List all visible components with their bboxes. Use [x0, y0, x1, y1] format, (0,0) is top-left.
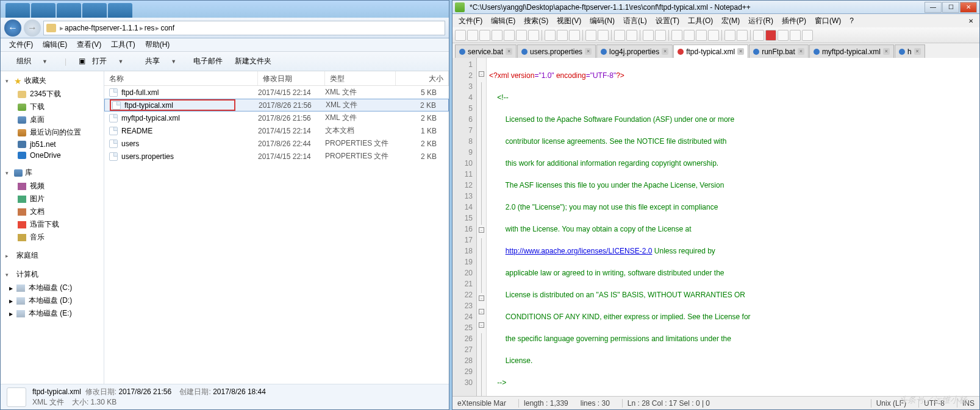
sidebar-item[interactable]: 桌面	[1, 113, 104, 126]
playx-icon[interactable]	[802, 30, 813, 41]
closeall-icon[interactable]	[516, 30, 527, 41]
breadcrumb-item[interactable]: apache-ftpserver-1.1.1	[65, 24, 138, 32]
editor-tab[interactable]: service.bat×	[455, 44, 517, 58]
menu-item[interactable]: 视图(V)	[553, 15, 585, 27]
cut-icon[interactable]	[545, 30, 556, 41]
undo-icon[interactable]	[585, 30, 596, 41]
zoomout-icon[interactable]	[655, 30, 666, 41]
sidebar-item[interactable]: 最近访问的位置	[1, 126, 104, 139]
stop-icon[interactable]	[778, 30, 789, 41]
menu-item[interactable]: 编辑(E)	[487, 15, 519, 27]
menu-help[interactable]: 帮助(H)	[141, 38, 174, 51]
fold-gutter[interactable]: -----	[477, 58, 487, 396]
chevron-right-icon[interactable]: ▸	[140, 24, 143, 32]
taskbar-item[interactable]	[5, 3, 30, 18]
copy-icon[interactable]	[557, 30, 568, 41]
close-icon[interactable]	[504, 30, 515, 41]
sidebar-favorites[interactable]: ▾★收藏夹	[1, 74, 104, 88]
sidebar-item[interactable]: 2345下载	[1, 88, 104, 101]
sidebar-item[interactable]: 视频	[1, 180, 104, 193]
code-area[interactable]: <?xml version="1.0" encoding="UTF-8"?> <…	[487, 58, 979, 396]
editor-tab[interactable]: ftpd-typical.xml×	[673, 44, 748, 58]
editor-tab[interactable]: myftpd-typical.xml×	[809, 44, 894, 58]
editor[interactable]: 1234567891011121314151617181920212223242…	[452, 58, 979, 396]
open-icon[interactable]	[467, 30, 478, 41]
menu-item[interactable]: 搜索(S)	[520, 15, 552, 27]
editor-tab[interactable]: log4j.properties×	[596, 44, 673, 58]
sidebar-item[interactable]: 音乐	[1, 231, 104, 244]
menu-item[interactable]: 运行(R)	[745, 15, 777, 27]
sidebar-computer[interactable]: ▾计算机	[1, 267, 104, 281]
close-button[interactable]: ✕	[960, 2, 977, 13]
zoomin-icon[interactable]	[643, 30, 654, 41]
save-icon[interactable]	[479, 30, 490, 41]
sidebar-item[interactable]: 文档	[1, 205, 104, 218]
sidebar-library[interactable]: ▾库	[1, 166, 104, 180]
taskbar-item[interactable]	[82, 3, 107, 18]
sidebar-item[interactable]: ▸本地磁盘 (C:)	[1, 281, 104, 294]
breadcrumb[interactable]: ▸ apache-ftpserver-1.1.1 ▸ res ▸ conf	[43, 21, 445, 35]
file-row[interactable]: ftpd-typical.xml2017/8/26 21:56XML 文件2 K…	[104, 99, 449, 111]
saveall-icon[interactable]	[492, 30, 503, 41]
organize-button[interactable]: 组织▼	[7, 54, 57, 69]
breadcrumb-item[interactable]: res	[145, 24, 155, 32]
play-icon[interactable]	[790, 30, 801, 41]
close-menu-icon[interactable]: ✕	[965, 16, 977, 26]
fold-icon[interactable]	[724, 30, 735, 41]
print-icon[interactable]	[528, 30, 539, 41]
open-button[interactable]: ▣ 打开▼	[74, 54, 133, 69]
minimize-button[interactable]: —	[925, 2, 942, 13]
find-icon[interactable]	[614, 30, 625, 41]
newfolder-button[interactable]: 新建文件夹	[230, 54, 276, 69]
allchars-icon[interactable]	[696, 30, 707, 41]
record-icon[interactable]	[765, 30, 776, 41]
sidebar-item[interactable]: 迅雷下载	[1, 218, 104, 231]
sidebar-item[interactable]: ▸本地磁盘 (E:)	[1, 307, 104, 320]
sidebar-item[interactable]: ▸本地磁盘 (D:)	[1, 294, 104, 307]
sidebar-item[interactable]: OneDrive	[1, 150, 104, 161]
paste-icon[interactable]	[569, 30, 580, 41]
menu-item[interactable]: 工具(O)	[684, 15, 717, 27]
sidebar-item[interactable]: 下载	[1, 101, 104, 113]
title-bar[interactable]: *C:\Users\yanggl\Desktop\apache-ftpserve…	[452, 1, 979, 14]
menu-file[interactable]: 文件(F)	[5, 38, 37, 51]
sidebar-item[interactable]: jb51.net	[1, 139, 104, 150]
menu-tools[interactable]: 工具(T)	[107, 38, 138, 51]
menu-item[interactable]: 窗口(W)	[811, 15, 845, 27]
tab-close-icon[interactable]: ×	[737, 48, 744, 55]
sync-icon[interactable]	[671, 30, 682, 41]
tab-close-icon[interactable]: ×	[914, 48, 921, 55]
menu-item[interactable]: 宏(M)	[718, 15, 743, 27]
taskbar-item[interactable]	[57, 3, 81, 18]
tab-close-icon[interactable]: ×	[506, 48, 512, 55]
taskbar-item[interactable]	[31, 3, 55, 18]
file-row[interactable]: README2017/4/15 22:14文本文档1 KB	[104, 124, 449, 137]
file-row[interactable]: myftpd-typical.xml2017/8/26 21:56XML 文件2…	[104, 111, 449, 124]
sidebar-homegroup[interactable]: ▸家庭组	[1, 249, 104, 263]
email-button[interactable]: 电子邮件	[188, 54, 227, 69]
sidebar-item[interactable]: 图片	[1, 193, 104, 205]
col-size[interactable]: 大小	[396, 71, 449, 85]
file-row[interactable]: users.properties2017/4/15 22:14PROPERTIE…	[104, 150, 449, 163]
share-button[interactable]: 共享▼	[135, 54, 186, 69]
chevron-right-icon[interactable]: ▸	[60, 24, 63, 32]
menu-item[interactable]: 编码(N)	[586, 15, 618, 27]
new-icon[interactable]	[455, 30, 466, 41]
file-row[interactable]: users2017/8/26 22:44PROPERTIES 文件2 KB	[104, 137, 449, 150]
file-row[interactable]: ftpd-full.xml2017/4/15 22:14XML 文件5 KB	[104, 86, 449, 99]
editor-tab[interactable]: users.properties×	[517, 44, 596, 58]
editor-tab[interactable]: h×	[895, 44, 925, 58]
chevron-right-icon[interactable]: ▸	[156, 24, 159, 32]
menu-item[interactable]: 语言(L)	[620, 15, 651, 27]
col-name[interactable]: 名称	[104, 71, 258, 85]
wrap-icon[interactable]	[684, 30, 695, 41]
redo-icon[interactable]	[598, 30, 609, 41]
unfold-icon[interactable]	[737, 30, 748, 41]
tab-close-icon[interactable]: ×	[585, 48, 592, 55]
tab-close-icon[interactable]: ×	[798, 48, 804, 55]
menu-edit[interactable]: 编辑(E)	[39, 38, 71, 51]
editor-tab[interactable]: runFtp.bat×	[749, 44, 809, 58]
taskbar-item[interactable]	[108, 3, 132, 18]
col-date[interactable]: 修改日期	[258, 71, 325, 85]
col-type[interactable]: 类型	[325, 71, 396, 85]
